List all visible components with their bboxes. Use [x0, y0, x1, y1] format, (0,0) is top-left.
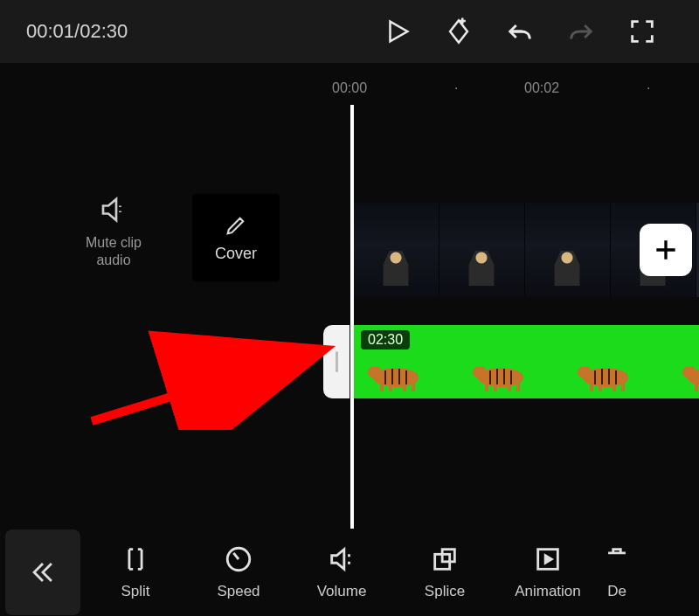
tool-label: Speed [217, 583, 260, 600]
clip-thumbnail [572, 351, 642, 393]
clip-trim-handle[interactable] [323, 325, 350, 398]
chevron-double-left-icon [28, 557, 58, 587]
split-icon [121, 544, 150, 574]
svg-point-19 [682, 366, 696, 378]
tool-label: Animation [515, 583, 581, 600]
mute-label: Mute clip audio [70, 234, 157, 269]
svg-rect-14 [590, 383, 593, 391]
speed-tool[interactable]: Speed [187, 544, 290, 600]
ruler-tick: 00:02 [524, 80, 559, 96]
overlay-track[interactable]: 02:30 [354, 325, 699, 398]
ruler-tick: 00:00 [332, 80, 367, 96]
fullscreen-icon [627, 17, 657, 46]
playback-time: 00:01/02:30 [26, 20, 128, 43]
delete-tool-partial[interactable]: De [599, 544, 634, 600]
add-clip-button[interactable] [640, 224, 692, 276]
svg-rect-11 [516, 383, 520, 391]
redo-icon [566, 17, 596, 46]
timeline-workspace: 00:00 · 00:02 · Mute clip audio Cover [0, 63, 699, 529]
video-frame [525, 203, 611, 297]
back-button[interactable] [5, 529, 80, 615]
play-icon [383, 17, 412, 46]
tool-label: De [607, 583, 626, 600]
volume-icon [327, 544, 356, 574]
ruler-dot: · [647, 80, 650, 96]
bottom-toolbar: Split Speed Volume Splice Animation De [0, 529, 699, 616]
svg-rect-2 [380, 383, 384, 391]
svg-line-24 [92, 351, 319, 421]
clip-thumbnail [363, 351, 433, 393]
speaker-icon [98, 194, 129, 225]
svg-rect-5 [412, 383, 415, 391]
annotation-arrow [83, 325, 345, 430]
animation-icon [533, 544, 563, 574]
redo-button[interactable] [550, 10, 612, 53]
trash-icon [602, 544, 632, 574]
plus-icon [652, 236, 680, 264]
clip-duration-badge: 02:30 [361, 330, 410, 350]
video-frame [354, 203, 439, 297]
svg-point-13 [578, 366, 592, 378]
svg-rect-8 [485, 383, 488, 391]
volume-tool[interactable]: Volume [290, 544, 393, 600]
split-tool[interactable]: Split [84, 544, 187, 600]
top-bar: 00:01/02:30 [0, 0, 699, 63]
undo-icon [505, 17, 535, 46]
cover-label: Cover [215, 245, 257, 263]
playhead[interactable] [350, 105, 354, 529]
pencil-icon [224, 213, 248, 238]
svg-rect-17 [621, 383, 625, 391]
svg-point-7 [473, 366, 487, 378]
mute-clip-audio-button[interactable]: Mute clip audio [70, 194, 157, 269]
play-button[interactable] [367, 10, 428, 53]
speed-icon [224, 544, 253, 574]
left-controls: Mute clip audio Cover [70, 194, 280, 281]
video-frame [439, 203, 525, 297]
splice-tool[interactable]: Splice [393, 544, 496, 600]
clip-thumbnail [677, 351, 699, 393]
cover-button[interactable]: Cover [192, 194, 280, 281]
time-ruler[interactable]: 00:00 · 00:02 · [0, 80, 699, 98]
splice-icon [430, 544, 460, 574]
animation-tool[interactable]: Animation [496, 544, 599, 600]
tool-label: Volume [317, 583, 367, 600]
keyframe-icon [444, 17, 474, 46]
tool-label: Splice [425, 583, 465, 600]
tool-label: Split [121, 583, 149, 600]
undo-button[interactable] [489, 10, 550, 53]
svg-rect-20 [695, 383, 698, 391]
fullscreen-button[interactable] [612, 10, 673, 53]
svg-point-1 [368, 366, 382, 378]
clip-thumbnail [467, 351, 537, 393]
keyframe-button[interactable] [428, 10, 489, 53]
ruler-dot: · [454, 80, 458, 96]
